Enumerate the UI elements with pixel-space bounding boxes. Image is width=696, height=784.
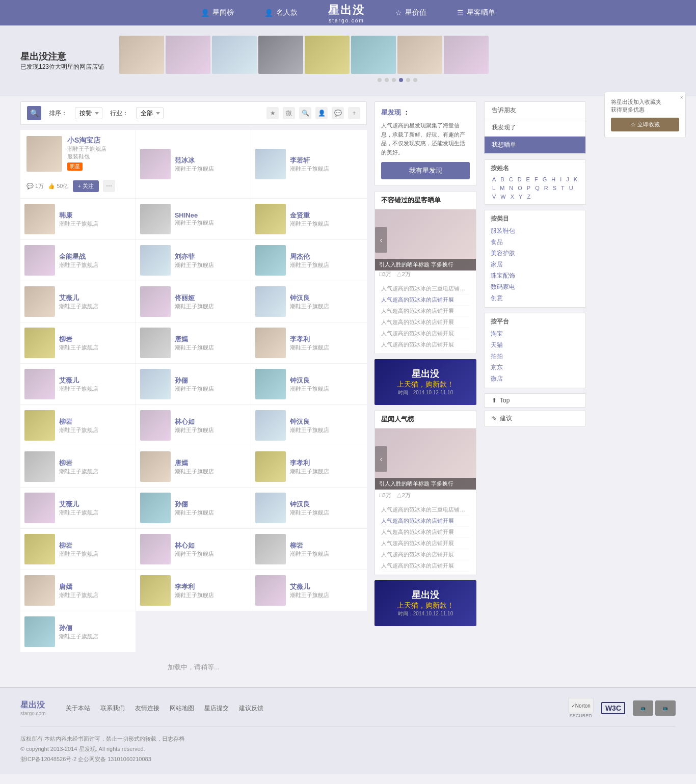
- alpha-h[interactable]: H: [550, 176, 557, 183]
- alpha-n[interactable]: N: [507, 184, 515, 192]
- banner-slide-6[interactable]: [351, 36, 396, 74]
- cat-fuzhuang[interactable]: 服装鞋包: [491, 226, 579, 236]
- star-card[interactable]: 李若轩 潮鞋王子旗舰店: [251, 130, 367, 199]
- alpha-l[interactable]: L: [491, 184, 497, 192]
- alpha-m[interactable]: M: [498, 184, 506, 192]
- star-card[interactable]: 刘亦菲 潮鞋王子旗舰店: [136, 240, 252, 281]
- discovery-button[interactable]: 我有星发现: [381, 162, 470, 179]
- ad-banner-2[interactable]: 星出没 上天猫，购新款！ 时间：2014.10.12-11.10: [374, 580, 476, 626]
- alpha-z[interactable]: Z: [525, 193, 532, 200]
- cat-shipin[interactable]: 食品: [491, 237, 579, 247]
- alpha-t[interactable]: T: [559, 184, 566, 192]
- header-logo[interactable]: 星出没 stargo.com: [328, 3, 365, 23]
- not-miss-link-highlight[interactable]: 人气超高的范冰冰的店铺开展: [381, 294, 470, 306]
- star-card[interactable]: 艾薇儿 潮鞋王子旗舰店: [20, 281, 136, 322]
- alpha-a[interactable]: A: [491, 176, 497, 183]
- alpha-u[interactable]: U: [568, 184, 575, 192]
- star-card[interactable]: 柳岩 潮鞋王子旗舰店: [251, 529, 367, 570]
- celeb-rank-link[interactable]: 人气超高的范冰冰的三重电店铺开展: [381, 504, 470, 516]
- alpha-b[interactable]: B: [499, 176, 505, 183]
- suggest-button[interactable]: ✎ 建议: [484, 411, 586, 426]
- alpha-f[interactable]: F: [533, 176, 540, 183]
- search-button[interactable]: 🔍: [27, 106, 41, 120]
- footer-feedback[interactable]: 建议反馈: [239, 704, 263, 713]
- platform-weidian[interactable]: 微店: [491, 374, 579, 384]
- dot-4[interactable]: [399, 78, 403, 82]
- banner-slide-5[interactable]: [305, 36, 350, 74]
- star-card[interactable]: 艾薇儿 潮鞋王子旗舰店: [20, 364, 136, 405]
- nav-mingrenk[interactable]: 👤 名人款: [264, 8, 298, 17]
- star-card[interactable]: 李孝利 潮鞋王子旗舰店: [251, 322, 367, 364]
- alpha-e[interactable]: E: [525, 176, 531, 183]
- star-card[interactable]: 佟丽娅 潮鞋王子旗舰店: [136, 281, 252, 322]
- alpha-s[interactable]: S: [551, 184, 558, 192]
- not-miss-prev[interactable]: ‹: [375, 227, 387, 253]
- star-card[interactable]: 艾薇儿 潮鞋王子旗舰店: [20, 488, 136, 529]
- alpha-d[interactable]: D: [516, 176, 523, 183]
- filter-icon-add[interactable]: +: [348, 107, 360, 119]
- nav-shaidan[interactable]: ☰ 星客晒单: [457, 8, 495, 17]
- star-card-featured[interactable]: 小S淘宝店 潮鞋王子旗舰店 服装鞋包 明星 💬 1万 👍: [20, 130, 136, 199]
- banner-slide-1[interactable]: [119, 36, 164, 74]
- footer-sitemap[interactable]: 网站地图: [170, 704, 194, 713]
- star-card[interactable]: 钟汉良 潮鞋王子旗舰店: [251, 488, 367, 529]
- dot-3[interactable]: [392, 78, 396, 82]
- alpha-y[interactable]: Y: [517, 193, 524, 200]
- celeb-rank-prev[interactable]: ‹: [375, 446, 387, 472]
- banner-slide-7[interactable]: [397, 36, 442, 74]
- alpha-w[interactable]: W: [499, 193, 507, 200]
- celeb-rank-link[interactable]: 人气超高的范冰冰的店铺开展: [381, 560, 470, 572]
- cat-chuangyi[interactable]: 创意: [491, 293, 579, 303]
- footer-friendship[interactable]: 友情连接: [135, 704, 159, 713]
- action-tell-friend[interactable]: 告诉朋友: [485, 102, 585, 119]
- star-card[interactable]: 钟汉良 潮鞋王子旗舰店: [251, 405, 367, 446]
- star-card[interactable]: 柳岩 潮鞋王子旗舰店: [20, 446, 136, 488]
- footer-contact[interactable]: 联系我们: [100, 704, 125, 713]
- banner-slide-3[interactable]: [212, 36, 257, 74]
- ad-banner-1[interactable]: 星出没 上天猫，购新款！ 时间：2014.10.12-11.10: [374, 359, 476, 405]
- cat-jiaju[interactable]: 家居: [491, 260, 579, 269]
- cat-meirong[interactable]: 美容护肤: [491, 249, 579, 258]
- star-card[interactable]: 柳岩 潮鞋王子旗舰店: [20, 405, 136, 446]
- filter-icon-weibo[interactable]: 微: [283, 107, 295, 119]
- not-miss-link[interactable]: 人气超高的范冰冰的店铺开展: [381, 328, 470, 339]
- share-icon[interactable]: ⋯: [103, 180, 115, 192]
- dot-2[interactable]: [385, 78, 389, 82]
- platform-paipai[interactable]: 拍拍: [491, 352, 579, 361]
- star-card[interactable]: 李孝利 潮鞋王子旗舰店: [251, 446, 367, 488]
- star-card[interactable]: 唐嫣 潮鞋王子旗舰店: [136, 322, 252, 364]
- alpha-o[interactable]: O: [516, 184, 524, 192]
- filter-icon-person[interactable]: 👤: [315, 107, 328, 119]
- alpha-k[interactable]: K: [572, 176, 579, 183]
- popup-close[interactable]: ×: [680, 94, 683, 100]
- star-card[interactable]: 钟汉良 潮鞋王子旗舰店: [251, 364, 367, 405]
- banner-slide-8[interactable]: [444, 36, 489, 74]
- filter-icon-chat[interactable]: 💬: [332, 107, 344, 119]
- cat-zhuibao[interactable]: 珠宝配饰: [491, 271, 579, 281]
- banner-slide-2[interactable]: [166, 36, 210, 74]
- nav-xinwen[interactable]: 👤 星闻榜: [201, 8, 234, 17]
- star-card[interactable]: 钟汉良 潮鞋王子旗舰店: [251, 281, 367, 322]
- star-card[interactable]: 唐嫣 潮鞋王子旗舰店: [136, 446, 252, 488]
- star-card[interactable]: 林心如 潮鞋王子旗舰店: [136, 405, 252, 446]
- popup-collect-btn[interactable]: ☆ 立即收藏: [611, 118, 679, 131]
- dot-1[interactable]: [378, 78, 382, 82]
- not-miss-link[interactable]: 人气超高的范冰冰的店铺开展: [381, 339, 470, 350]
- platform-taobao[interactable]: 淘宝: [491, 329, 579, 339]
- star-card[interactable]: 孙俪 潮鞋王子旗舰店: [20, 611, 136, 653]
- alpha-c[interactable]: C: [507, 176, 515, 183]
- alpha-g[interactable]: G: [541, 176, 549, 183]
- star-card[interactable]: 李孝利 潮鞋王子旗舰店: [136, 570, 252, 611]
- star-card[interactable]: 金贤重 潮鞋王子旗舰店: [251, 199, 367, 240]
- star-card[interactable]: 全能星战 潮鞋王子旗舰店: [20, 240, 136, 281]
- platform-tianmao[interactable]: 天猫: [491, 340, 579, 350]
- sort-select[interactable]: 按赞: [75, 107, 102, 119]
- star-card[interactable]: 周杰伦 潮鞋王子旗舰店: [251, 240, 367, 281]
- alpha-v[interactable]: V: [491, 193, 497, 200]
- filter-icon-star[interactable]: ★: [266, 107, 279, 119]
- star-card[interactable]: 唐嫣 潮鞋王子旗舰店: [20, 570, 136, 611]
- filter-icon-search2[interactable]: 🔍: [299, 107, 311, 119]
- industry-select[interactable]: 全部: [136, 107, 164, 119]
- star-card[interactable]: 柳岩 潮鞋王子旗舰店: [20, 529, 136, 570]
- star-card[interactable]: 林心如 潮鞋王子旗舰店: [136, 529, 252, 570]
